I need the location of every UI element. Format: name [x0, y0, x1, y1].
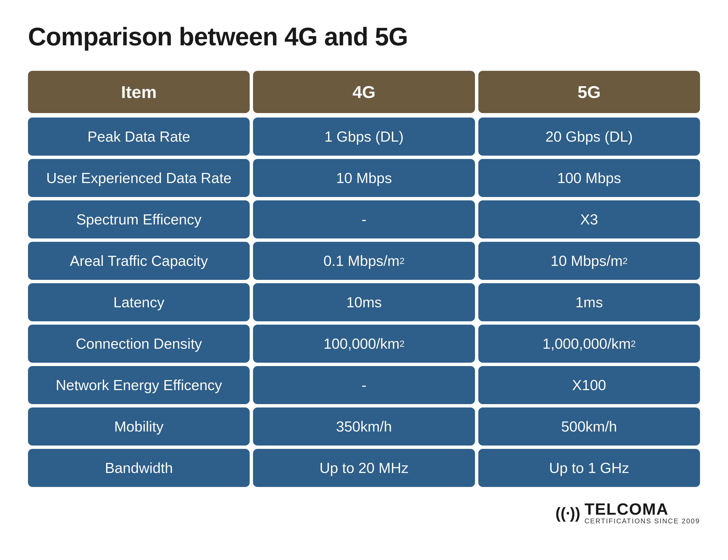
table-header-row: Item 4G 5G	[28, 71, 700, 113]
table-row: Connection Density 100,000/km2 1,000,000…	[28, 325, 700, 363]
row-density-4g: 100,000/km2	[253, 325, 475, 363]
row-areal-4g: 0.1 Mbps/m2	[253, 242, 475, 280]
comparison-table: Item 4G 5G Peak Data Rate 1 Gbps (DL) 20…	[28, 71, 700, 487]
row-energy-item: Network Energy Efficency	[28, 366, 250, 404]
row-areal-item: Areal Traffic Capacity	[28, 242, 250, 280]
table-row: Bandwidth Up to 20 MHz Up to 1 GHz	[28, 449, 700, 487]
row-mobility-4g: 350km/h	[253, 407, 475, 446]
row-bandwidth-4g: Up to 20 MHz	[253, 449, 475, 487]
row-energy-5g: X100	[478, 366, 700, 404]
row-spectrum-item: Spectrum Efficency	[28, 200, 250, 238]
row-uedr-5g: 100 Mbps	[478, 159, 700, 197]
table-row: User Experienced Data Rate 10 Mbps 100 M…	[28, 159, 700, 197]
row-peak-item: Peak Data Rate	[28, 118, 250, 156]
row-latency-4g: 10ms	[253, 283, 475, 321]
row-density-5g: 1,000,000/km2	[478, 325, 700, 363]
table-row: Peak Data Rate 1 Gbps (DL) 20 Gbps (DL)	[28, 118, 700, 156]
row-density-item: Connection Density	[28, 325, 250, 363]
row-spectrum-4g: -	[253, 200, 475, 238]
table-row: Spectrum Efficency - X3	[28, 200, 700, 238]
row-latency-item: Latency	[28, 283, 250, 321]
row-mobility-item: Mobility	[28, 407, 250, 446]
row-uedr-item: User Experienced Data Rate	[28, 159, 250, 197]
table-row: Network Energy Efficency - X100	[28, 366, 700, 404]
table-row: Areal Traffic Capacity 0.1 Mbps/m2 10 Mb…	[28, 242, 700, 280]
signal-icon: ((·))	[556, 504, 580, 522]
brand-text: TELCOMA CERTIFICATIONS SINCE 2009	[584, 501, 700, 525]
table-row: Latency 10ms 1ms	[28, 283, 700, 321]
brand-name: TELCOMA	[584, 501, 669, 517]
row-latency-5g: 1ms	[478, 283, 700, 321]
row-uedr-4g: 10 Mbps	[253, 159, 475, 197]
footer: ((·)) TELCOMA CERTIFICATIONS SINCE 2009	[28, 501, 700, 525]
table-row: Mobility 350km/h 500km/h	[28, 407, 700, 446]
header-4g: 4G	[253, 71, 475, 113]
brand-logo: ((·)) TELCOMA CERTIFICATIONS SINCE 2009	[556, 501, 700, 525]
row-peak-5g: 20 Gbps (DL)	[478, 118, 700, 156]
row-peak-4g: 1 Gbps (DL)	[253, 118, 475, 156]
brand-subtitle: CERTIFICATIONS SINCE 2009	[584, 517, 700, 525]
header-item: Item	[28, 71, 250, 113]
row-mobility-5g: 500km/h	[478, 407, 700, 446]
page-title: Comparison between 4G and 5G	[28, 22, 700, 51]
header-5g: 5G	[478, 71, 700, 113]
row-spectrum-5g: X3	[478, 200, 700, 238]
row-bandwidth-item: Bandwidth	[28, 449, 250, 487]
row-bandwidth-5g: Up to 1 GHz	[478, 449, 700, 487]
row-energy-4g: -	[253, 366, 475, 404]
row-areal-5g: 10 Mbps/m2	[478, 242, 700, 280]
